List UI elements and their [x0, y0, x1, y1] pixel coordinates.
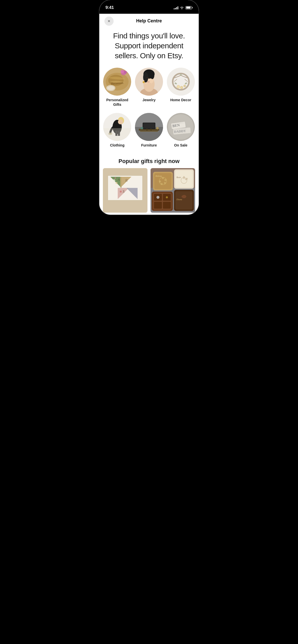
category-label-clothing: Clothing [110, 143, 125, 148]
category-item-furniture[interactable]: Furniture [134, 111, 165, 150]
svg-text:A: A [117, 178, 120, 181]
svg-rect-47 [151, 129, 152, 131]
product-name-jewelry-box: Engraved Jewelry... [151, 214, 195, 215]
svg-point-15 [150, 71, 154, 79]
svg-rect-94 [163, 202, 171, 209]
svg-point-77 [162, 177, 164, 179]
category-grid: Herzensm PersonalizedGifts [99, 66, 199, 154]
product-card-embroidery[interactable]: R S A Personalized Embroidery... ₹ 951 🏆… [103, 168, 147, 215]
svg-rect-16 [147, 83, 151, 88]
product-image-embroidery: R S A [103, 168, 147, 213]
svg-rect-48 [141, 127, 143, 129]
signal-icon [174, 6, 178, 9]
product-card-jewelry-box[interactable]: Helena Rosie [151, 168, 195, 215]
svg-point-5 [120, 70, 124, 73]
svg-text:R: R [125, 178, 128, 182]
category-item-home-decor[interactable]: Home Decor [165, 66, 196, 109]
product-image-jewelry-box: Helena Rosie [151, 168, 195, 213]
svg-text:S: S [123, 190, 125, 194]
svg-point-29 [180, 74, 182, 76]
close-button[interactable]: ✕ [104, 17, 114, 26]
svg-point-49 [156, 127, 159, 129]
svg-point-63 [116, 182, 118, 184]
category-item-jewelry[interactable]: Jewelry [134, 66, 165, 109]
svg-point-78 [164, 179, 166, 181]
category-image-on-sale: BEN DADDY [167, 113, 195, 141]
svg-text:Rosie: Rosie [176, 176, 181, 178]
category-label-personalized-gifts: PersonalizedGifts [106, 98, 128, 107]
status-bar: 9:41 [99, 0, 199, 14]
svg-point-87 [183, 176, 185, 179]
category-label-on-sale: On Sale [174, 143, 187, 148]
svg-rect-46 [146, 129, 147, 131]
svg-rect-45 [143, 123, 155, 129]
category-label-jewelry: Jewelry [142, 98, 155, 102]
category-image-furniture [135, 113, 163, 141]
svg-point-62 [113, 179, 115, 182]
svg-point-64 [115, 177, 116, 179]
header: ✕ Help Centre [99, 14, 199, 26]
category-item-personalized-gifts[interactable]: Herzensm PersonalizedGifts [102, 66, 133, 109]
popular-section-title: Popular gifts right now [99, 154, 199, 168]
svg-point-96 [166, 196, 168, 198]
category-item-on-sale[interactable]: BEN DADDY On Sale [165, 111, 196, 150]
svg-point-81 [159, 180, 161, 182]
svg-point-67 [120, 191, 122, 193]
svg-point-25 [181, 87, 182, 88]
svg-point-8 [107, 86, 114, 90]
product-name-embroidery: Personalized Embroidery... [103, 214, 147, 215]
svg-point-6 [124, 71, 127, 74]
category-image-jewelry [135, 68, 163, 96]
svg-point-95 [156, 196, 159, 199]
category-image-personalized-gifts: Herzensm [103, 68, 131, 96]
svg-text:Diana: Diana [176, 198, 182, 201]
category-image-home-decor [167, 68, 195, 96]
category-item-clothing[interactable]: Clothing [102, 111, 133, 150]
svg-point-26 [183, 85, 186, 87]
svg-rect-93 [154, 202, 162, 209]
header-title: Help Centre [136, 18, 162, 24]
wifi-icon [180, 6, 184, 9]
category-label-home-decor: Home Decor [170, 98, 191, 102]
svg-point-36 [118, 119, 123, 124]
svg-point-23 [177, 86, 179, 88]
status-time: 9:41 [105, 5, 114, 10]
svg-point-18 [143, 81, 145, 83]
category-label-furniture: Furniture [141, 143, 157, 148]
svg-point-80 [161, 183, 163, 185]
battery-icon [185, 6, 193, 9]
hero-text: Find things you'll love. Support indepen… [99, 26, 199, 66]
svg-point-19 [147, 81, 150, 83]
main-content: ✕ Help Centre Find things you'll love. S… [99, 14, 199, 215]
svg-rect-50 [139, 132, 159, 132]
svg-rect-43 [140, 131, 158, 132]
product-grid: R S A Personalized Embroidery... ₹ 951 🏆… [99, 168, 199, 215]
svg-text:Helena: Helena [155, 175, 162, 177]
svg-point-20 [167, 68, 195, 96]
close-icon: ✕ [107, 19, 111, 23]
svg-rect-38 [103, 128, 131, 141]
status-icons [174, 6, 193, 9]
svg-point-79 [164, 182, 166, 184]
category-image-clothing [103, 113, 131, 141]
